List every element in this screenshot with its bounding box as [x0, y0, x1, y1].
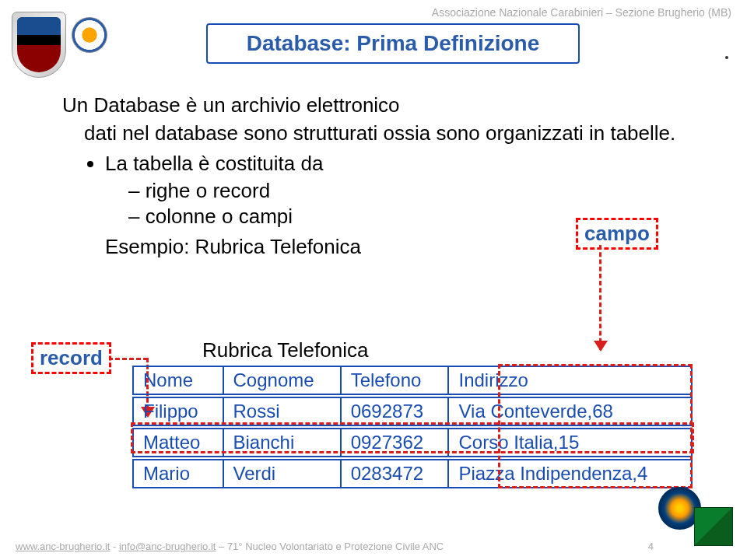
slide-title: Database: Prima Definizione	[206, 23, 580, 64]
cell: Mario	[133, 460, 223, 488]
campo-callout-label: campo	[576, 218, 658, 250]
logo-bottom-right-group	[655, 484, 741, 554]
volunteer-badge-icon	[72, 17, 107, 53]
th-telefono: Telefono	[341, 366, 449, 394]
table-caption: Rubrica Telefonica	[202, 338, 368, 362]
rubrica-table-wrap: Nome Cognome Telefono Indirizzo Filippo …	[132, 366, 693, 488]
th-indirizzo: Indirizzo	[448, 366, 692, 394]
cell: Filippo	[133, 397, 223, 425]
th-cognome: Cognome	[223, 366, 341, 394]
footer-rest: – 71° Nucleo Volontariato e Protezione C…	[216, 541, 444, 552]
arrow-campo	[599, 245, 601, 350]
decorative-dot	[725, 56, 728, 59]
association-header: Associazione Nazionale Carabinieri – Sez…	[432, 6, 731, 19]
rubrica-table: Nome Cognome Telefono Indirizzo Filippo …	[132, 366, 693, 488]
record-callout-label: record	[31, 342, 111, 374]
cell: Rossi	[223, 397, 341, 425]
table-row: Matteo Bianchi 0927362 Corso Italia,15	[133, 429, 692, 457]
footer-site-link[interactable]: www.anc-brugherio.it	[16, 541, 110, 552]
footer-email-link[interactable]: info@anc-brugherio.it	[119, 541, 216, 552]
intro-line-1: Un Database è un archivio elettronico	[62, 93, 685, 117]
regione-lombardia-icon	[694, 507, 733, 546]
th-nome: Nome	[133, 366, 223, 394]
logo-left-group	[8, 8, 109, 86]
cell: 0283472	[341, 460, 449, 488]
cell: 0692873	[341, 397, 449, 425]
intro-line-2: dati nel database sono strutturati ossia…	[84, 121, 685, 145]
bullet-tabella: La tabella è costituita da	[105, 152, 685, 176]
footer: www.anc-brugherio.it - info@anc-brugheri…	[16, 541, 654, 552]
page-number: 4	[648, 541, 654, 552]
cell: Corso Italia,15	[448, 429, 692, 457]
footer-sep: -	[110, 541, 119, 552]
table-header-row: Nome Cognome Telefono Indirizzo	[133, 366, 692, 394]
cell: Verdi	[223, 460, 341, 488]
cell: 0927362	[341, 429, 449, 457]
table-row: Mario Verdi 0283472 Piazza Indipendenza,…	[133, 460, 692, 488]
shield-icon	[12, 12, 66, 78]
cell: Bianchi	[223, 429, 341, 457]
table-row: Filippo Rossi 0692873 Via Conteverde,68	[133, 397, 692, 425]
cell: Via Conteverde,68	[448, 397, 692, 425]
cell: Matteo	[133, 429, 223, 457]
sub-righe: righe o record	[128, 179, 685, 203]
